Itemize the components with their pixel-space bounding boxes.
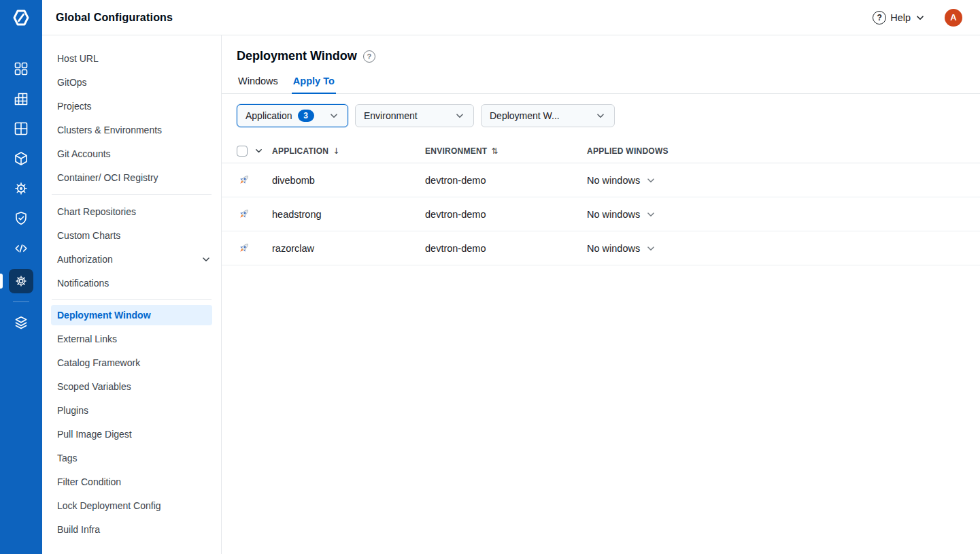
section-help-icon[interactable]: ?: [363, 50, 375, 63]
sidebar-item-build-infra[interactable]: Build Infra: [42, 517, 221, 541]
chevron-down-icon: [328, 110, 339, 121]
help-question-icon: ?: [873, 11, 886, 25]
main-panel: Deployment Window ? Windows Apply To App…: [222, 35, 980, 554]
application-name: divebomb: [272, 175, 425, 186]
section-title: Deployment Window: [237, 49, 357, 63]
chart-store-cube-icon[interactable]: [6, 149, 36, 168]
sidebar-item-catalog-framework[interactable]: Catalog Framework: [42, 351, 221, 374]
sidebar-item-clusters-environments[interactable]: Clusters & Environments: [42, 118, 221, 142]
application-groups-icon[interactable]: [6, 119, 36, 138]
column-header-applied-windows: APPLIED WINDOWS: [587, 146, 965, 156]
sidebar-item-scoped-variables[interactable]: Scoped Variables: [42, 374, 221, 398]
column-header-application[interactable]: APPLICATION ↓: [272, 146, 425, 156]
sidebar-item-custom-charts[interactable]: Custom Charts: [42, 223, 221, 247]
help-label: Help: [890, 12, 911, 23]
tab-windows[interactable]: Windows: [237, 73, 280, 94]
sort-both-icon: ⇅: [491, 146, 498, 156]
filter-bar: Application 3 Environment Deployment W..…: [222, 94, 980, 127]
filter-label: Application: [246, 110, 292, 121]
table-row[interactable]: divebomb devtron-demo No windows: [222, 163, 980, 197]
table-row[interactable]: headstrong devtron-demo No windows: [222, 197, 980, 231]
sidebar-divider: [52, 299, 212, 300]
app-window: Global Configurations ? Help A Host URL …: [0, 0, 980, 554]
stack-layers-icon[interactable]: [6, 313, 36, 332]
application-name: headstrong: [272, 209, 425, 220]
config-sidebar: Host URL GitOps Projects Clusters & Envi…: [42, 35, 222, 554]
help-menu[interactable]: ? Help: [873, 11, 926, 25]
table-header-row: APPLICATION ↓ ENVIRONMENT ⇅ APPLIED WIND…: [222, 139, 980, 163]
sidebar-item-label: Authorization: [57, 254, 113, 265]
column-header-environment[interactable]: ENVIRONMENT ⇅: [425, 146, 587, 156]
sidebar-item-lock-deployment-config[interactable]: Lock Deployment Config: [42, 493, 221, 517]
avatar[interactable]: A: [945, 9, 962, 27]
app-rocket-icon: [237, 241, 272, 255]
code-icon[interactable]: [6, 239, 36, 258]
security-shield-icon[interactable]: [6, 209, 36, 228]
select-all-checkbox[interactable]: [237, 146, 248, 157]
chevron-down-icon: [454, 110, 465, 121]
sidebar-item-container-oci-registry[interactable]: Container/ OCI Registry: [42, 165, 221, 189]
devtron-logo[interactable]: [0, 0, 42, 35]
sidebar-item-tags[interactable]: Tags: [42, 446, 221, 470]
sidebar-divider: [52, 194, 212, 195]
applied-windows-dropdown[interactable]: No windows: [587, 175, 965, 186]
select-menu-chevron-icon[interactable]: [254, 146, 264, 156]
top-header: Global Configurations ? Help A: [42, 0, 980, 35]
rail-divider: [13, 302, 29, 302]
filter-label: Environment: [364, 110, 418, 121]
sidebar-item-notifications[interactable]: Notifications: [42, 271, 221, 295]
sidebar-item-plugins[interactable]: Plugins: [42, 398, 221, 422]
chevron-down-icon: [645, 243, 656, 254]
environment-name: devtron-demo: [425, 243, 587, 254]
table-row[interactable]: razorclaw devtron-demo No windows: [222, 231, 980, 265]
sidebar-item-external-links[interactable]: External Links: [42, 327, 221, 351]
sidebar-item-authorization[interactable]: Authorization: [42, 247, 221, 271]
sidebar-item-projects[interactable]: Projects: [42, 94, 221, 118]
nav-rail: [0, 0, 42, 554]
sort-descending-icon: ↓: [333, 146, 339, 156]
app-rocket-icon: [237, 207, 272, 221]
devtron-logo-icon: [11, 7, 31, 28]
chevron-down-icon: [915, 12, 926, 23]
environment-name: devtron-demo: [425, 175, 587, 186]
global-configurations-gear-icon[interactable]: [0, 269, 42, 293]
filter-label: Deployment W...: [490, 110, 560, 121]
app-rocket-icon: [237, 173, 272, 187]
application-filter-dropdown[interactable]: Application 3: [237, 104, 348, 127]
tab-apply-to[interactable]: Apply To: [292, 73, 336, 94]
active-rail-indicator: [0, 274, 3, 289]
sidebar-item-filter-condition[interactable]: Filter Condition: [42, 470, 221, 493]
helm-wheel-icon[interactable]: [6, 179, 36, 198]
chevron-down-icon: [645, 175, 656, 186]
application-name: razorclaw: [272, 243, 425, 254]
sidebar-item-host-url[interactable]: Host URL: [42, 46, 221, 70]
applied-windows-dropdown[interactable]: No windows: [587, 243, 965, 254]
sidebar-item-pull-image-digest[interactable]: Pull Image Digest: [42, 422, 221, 446]
selected-count-badge: 3: [298, 110, 314, 122]
environment-name: devtron-demo: [425, 209, 587, 220]
environment-filter-dropdown[interactable]: Environment: [355, 104, 474, 127]
sidebar-item-gitops[interactable]: GitOps: [42, 70, 221, 94]
chevron-down-icon: [201, 254, 212, 265]
applied-windows-dropdown[interactable]: No windows: [587, 209, 965, 220]
deployment-window-filter-dropdown[interactable]: Deployment W...: [481, 104, 615, 127]
gear-icon: [9, 269, 33, 293]
jobs-building-icon[interactable]: [6, 89, 36, 108]
sidebar-item-chart-repositories[interactable]: Chart Repositories: [42, 199, 221, 223]
sidebar-item-git-accounts[interactable]: Git Accounts: [42, 142, 221, 165]
tab-bar: Windows Apply To: [222, 73, 980, 94]
apps-grid-icon[interactable]: [6, 59, 36, 78]
page-title: Global Configurations: [56, 12, 173, 24]
chevron-down-icon: [645, 209, 656, 220]
sidebar-item-deployment-window[interactable]: Deployment Window: [51, 305, 212, 325]
chevron-down-icon: [595, 110, 606, 121]
